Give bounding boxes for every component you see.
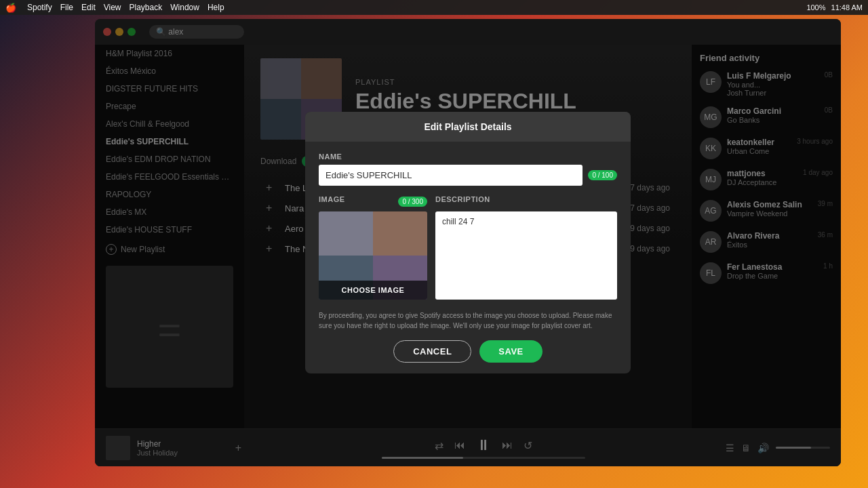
save-button[interactable]: SAVE: [479, 340, 542, 363]
menu-edit[interactable]: Edit: [81, 3, 96, 12]
modal-body: Name 0 / 100 Image 0 / 300: [305, 142, 631, 373]
image-char-count: 0 / 300: [398, 197, 427, 207]
menubar-left: 🍎 Spotify File Edit View Playback Window…: [5, 3, 224, 13]
menu-window[interactable]: Window: [170, 3, 199, 12]
menu-file[interactable]: File: [60, 3, 73, 12]
modal-title: Edit Playlist Details: [305, 112, 631, 142]
menubar-right: 100% 11:48 AM: [806, 3, 863, 12]
name-field-label: Name: [319, 152, 617, 161]
desc-field-label: Description: [435, 195, 490, 203]
description-section: Description chill 24 7: [435, 195, 617, 302]
image-tile-2: [373, 211, 427, 256]
cancel-button[interactable]: CANCEL: [393, 340, 471, 363]
menu-playback[interactable]: Playback: [130, 3, 163, 12]
app-window: 🔍 alex H&M Playlist 2016 Éxitos México D…: [95, 19, 841, 466]
playlist-name-input[interactable]: [319, 165, 583, 186]
image-tile-1: [319, 211, 373, 256]
name-char-count: 0 / 100: [588, 170, 617, 180]
image-desc-row: Image 0 / 300 CHOOSE IMAGE Description: [319, 195, 617, 302]
edit-playlist-modal: Edit Playlist Details Name 0 / 100 Image…: [305, 112, 631, 373]
desc-label-row: Description: [435, 195, 617, 207]
battery-indicator: 100%: [806, 3, 825, 12]
image-label-row: Image 0 / 300: [319, 195, 427, 207]
clock: 11:48 AM: [831, 3, 863, 12]
image-section: Image 0 / 300 CHOOSE IMAGE: [319, 195, 427, 302]
choose-image-button[interactable]: CHOOSE IMAGE: [319, 281, 427, 300]
menu-help[interactable]: Help: [208, 3, 224, 12]
name-field-row: 0 / 100: [319, 165, 617, 186]
modal-disclaimer: By proceeding, you agree to give Spotify…: [319, 310, 617, 331]
modal-footer: CANCEL SAVE: [319, 340, 617, 363]
image-grid: CHOOSE IMAGE: [319, 211, 427, 300]
apple-logo-icon: 🍎: [5, 3, 16, 13]
menu-view[interactable]: View: [104, 3, 121, 12]
menubar: 🍎 Spotify File Edit View Playback Window…: [0, 0, 868, 15]
menu-spotify[interactable]: Spotify: [27, 3, 52, 12]
image-field-label: Image: [319, 195, 345, 203]
description-input[interactable]: chill 24 7: [435, 211, 617, 300]
